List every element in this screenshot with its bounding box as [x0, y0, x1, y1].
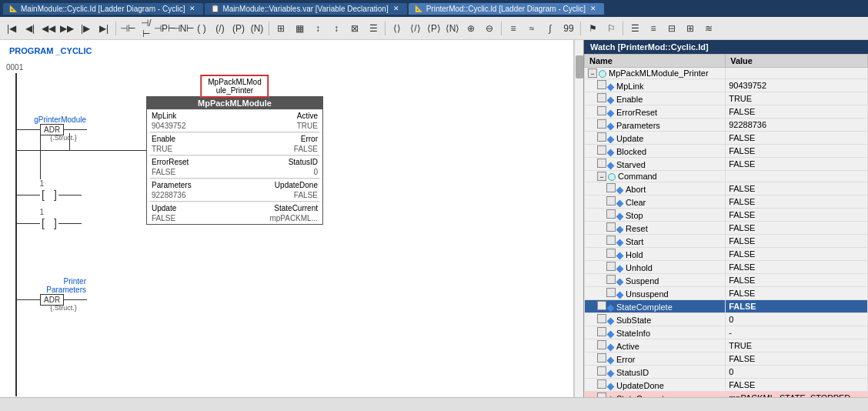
- toolbar-btn-14[interactable]: (N): [249, 20, 265, 37]
- toolbar-btn-23[interactable]: ⟨P⟩: [426, 20, 442, 37]
- tree-expand-icon[interactable]: [597, 119, 606, 129]
- watch-row[interactable]: −MpPackMLModule_Printer: [585, 68, 868, 79]
- tree-expand-icon[interactable]: [597, 80, 606, 89]
- watch-row[interactable]: UpdateDoneFALSE: [585, 379, 868, 392]
- toolbar-btn-5[interactable]: |▶: [77, 20, 94, 37]
- toolbar-btn-9[interactable]: ⊣P⊢: [156, 20, 173, 37]
- tab-close-1[interactable]: ✕: [188, 5, 197, 12]
- toolbar-btn-37[interactable]: ≋: [700, 20, 717, 37]
- tree-expand-icon[interactable]: [597, 301, 606, 310]
- tab-variables[interactable]: 📋 MainModule::Variables.var [Variable De…: [205, 3, 406, 15]
- toolbar-btn-16[interactable]: ▦: [291, 20, 308, 37]
- watch-row[interactable]: ActiveTRUE: [585, 339, 868, 353]
- tree-expand-icon[interactable]: [606, 196, 616, 206]
- toolbar-btn-3[interactable]: ◀◀: [40, 20, 57, 37]
- toolbar-btn-30[interactable]: 99: [560, 20, 577, 37]
- tree-expand-icon[interactable]: [597, 106, 606, 115]
- watch-row[interactable]: ErrorFALSE: [585, 353, 868, 366]
- toolbar-btn-18[interactable]: ↕: [328, 20, 345, 37]
- tree-expand-icon[interactable]: [597, 145, 606, 155]
- tree-expand-icon[interactable]: [597, 379, 606, 389]
- w1l: [17, 195, 40, 195]
- tree-expand-icon[interactable]: [606, 262, 616, 271]
- tree-expand-icon[interactable]: [606, 236, 616, 245]
- watch-row[interactable]: StateInfo-: [585, 326, 868, 339]
- watch-row[interactable]: AbortFALSE: [585, 182, 868, 195]
- toolbar-btn-27[interactable]: ≡: [505, 20, 522, 37]
- watch-row[interactable]: StateCompleteFALSE: [585, 300, 868, 313]
- tree-expand-icon[interactable]: [597, 327, 606, 336]
- toolbar-btn-36[interactable]: ⊞: [682, 20, 699, 37]
- toolbar-btn-20[interactable]: ☰: [365, 20, 382, 37]
- toolbar-btn-19[interactable]: ⊠: [346, 20, 363, 37]
- toolbar-btn-8[interactable]: ⊣/⊢: [138, 20, 155, 37]
- watch-row[interactable]: Parameters92288736: [585, 119, 868, 132]
- tree-expand-icon[interactable]: [597, 159, 606, 168]
- watch-row[interactable]: StarvedFALSE: [585, 158, 868, 171]
- watch-row[interactable]: StopFALSE: [585, 209, 868, 222]
- toolbar-btn-32[interactable]: ⚐: [603, 20, 619, 37]
- watch-row[interactable]: StateCurrentmpPACKML_STATE_STOPPED: [585, 392, 868, 397]
- watch-row[interactable]: EnableTRUE: [585, 92, 868, 105]
- toolbar-btn-2[interactable]: ◀|: [22, 20, 38, 37]
- watch-row[interactable]: StatusID0: [585, 366, 868, 379]
- watch-row[interactable]: ClearFALSE: [585, 195, 868, 209]
- fb-row-5: Update StateCurrent: [147, 202, 322, 214]
- toolbar-btn-29[interactable]: ∫: [542, 20, 559, 37]
- watch-row[interactable]: ErrorResetFALSE: [585, 105, 868, 119]
- toolbar-btn-1[interactable]: |◀: [3, 20, 20, 37]
- toolbar-btn-12[interactable]: (/): [212, 20, 229, 37]
- tree-expand-icon[interactable]: −: [588, 68, 597, 78]
- tree-expand-icon[interactable]: [597, 366, 606, 376]
- tree-expand-icon[interactable]: [606, 275, 616, 284]
- toolbar-btn-33[interactable]: ☰: [626, 20, 643, 37]
- watch-row[interactable]: MpLink90439752: [585, 79, 868, 92]
- tree-expand-icon[interactable]: [597, 93, 606, 102]
- watch-row[interactable]: SubState0: [585, 313, 868, 326]
- watch-row[interactable]: HoldFALSE: [585, 248, 868, 261]
- watch-row[interactable]: UpdateFALSE: [585, 132, 868, 145]
- toolbar-btn-24[interactable]: ⟨N⟩: [444, 20, 461, 37]
- tab-printer-cyclic[interactable]: 📐 PrinterMod::Cyclic.ld [Ladder Diagram …: [409, 3, 604, 15]
- tab-close-2[interactable]: ✕: [392, 5, 401, 12]
- toolbar-btn-11[interactable]: ( ): [193, 20, 210, 37]
- vertical-scrollbar[interactable]: [574, 40, 583, 397]
- fb-row-2: Enable Error: [147, 132, 322, 145]
- toolbar-btn-10[interactable]: ⊣N⊢: [175, 20, 192, 37]
- watch-row[interactable]: −Command: [585, 171, 868, 182]
- scroll-thumb[interactable]: [576, 55, 583, 79]
- toolbar-btn-17[interactable]: ↕: [309, 20, 326, 37]
- toolbar-btn-4[interactable]: ▶▶: [58, 20, 75, 37]
- tab-close-3[interactable]: ✕: [589, 5, 598, 12]
- tree-expand-icon[interactable]: [606, 183, 616, 192]
- tree-expand-icon[interactable]: [597, 353, 606, 363]
- watch-row[interactable]: ResetFALSE: [585, 222, 868, 235]
- watch-row[interactable]: SuspendFALSE: [585, 274, 868, 287]
- toolbar-btn-34[interactable]: ≡: [645, 20, 662, 37]
- toolbar-btn-22[interactable]: ⟨/⟩: [407, 20, 424, 37]
- watch-row[interactable]: BlockedFALSE: [585, 145, 868, 158]
- toolbar-btn-28[interactable]: ≈: [523, 20, 540, 37]
- toolbar-btn-25[interactable]: ⊕: [462, 20, 479, 37]
- tree-expand-icon[interactable]: [597, 132, 606, 142]
- toolbar-btn-31[interactable]: ⚑: [584, 20, 601, 37]
- toolbar-btn-15[interactable]: ⊞: [272, 20, 289, 37]
- diamond-icon: [607, 369, 615, 377]
- watch-row[interactable]: StartFALSE: [585, 235, 868, 248]
- tree-expand-icon[interactable]: [606, 222, 616, 232]
- toolbar-btn-35[interactable]: ⊟: [663, 20, 680, 37]
- toolbar-btn-6[interactable]: ▶|: [95, 20, 112, 37]
- tree-expand-icon[interactable]: [606, 209, 616, 219]
- toolbar-btn-7[interactable]: ⊣⊢: [119, 20, 136, 37]
- tab-main-cyclic[interactable]: 📐 MainModule::Cyclic.Id [Ladder Diagram …: [3, 3, 203, 15]
- tree-expand-icon[interactable]: −: [597, 172, 606, 181]
- tree-expand-icon[interactable]: [597, 314, 606, 323]
- tree-expand-icon[interactable]: [597, 340, 606, 349]
- toolbar-btn-21[interactable]: ⟨⟩: [389, 20, 406, 37]
- watch-row[interactable]: UnsuspendFALSE: [585, 287, 868, 300]
- toolbar-btn-26[interactable]: ⊖: [481, 20, 498, 37]
- toolbar-btn-13[interactable]: (P): [230, 20, 247, 37]
- tree-expand-icon[interactable]: [606, 288, 616, 297]
- watch-row[interactable]: UnholdFALSE: [585, 261, 868, 274]
- tree-expand-icon[interactable]: [606, 249, 616, 258]
